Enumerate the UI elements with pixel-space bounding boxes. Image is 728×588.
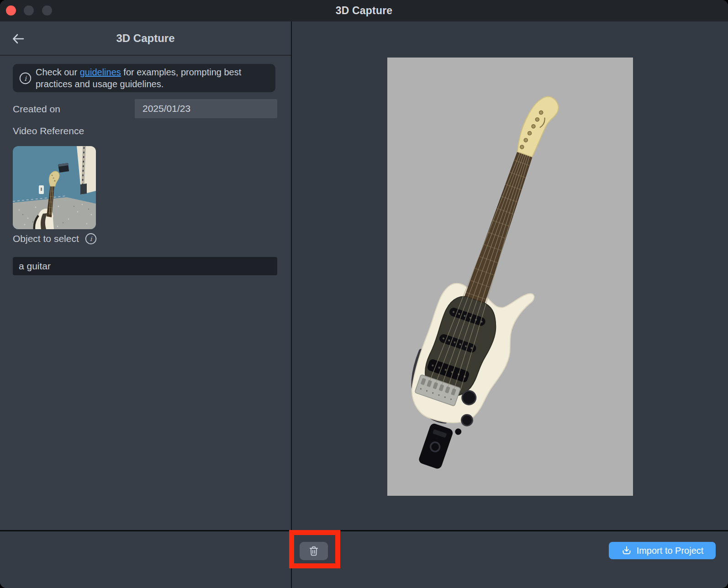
video-reference-thumbnail[interactable] — [13, 146, 96, 229]
created-on-label: Created on — [13, 104, 60, 115]
guitar-3d-render — [387, 58, 633, 496]
zoom-window-button[interactable] — [42, 5, 52, 16]
svg-text:i: i — [24, 74, 27, 82]
banner-text: Check our guidelines for examples, promp… — [36, 66, 268, 90]
window-title: 3D Capture — [336, 5, 393, 17]
trash-icon — [308, 545, 320, 557]
guidelines-link[interactable]: guidelines — [80, 67, 121, 77]
video-reference-label: Video Reference — [13, 126, 84, 136]
titlebar: 3D Capture — [0, 0, 728, 21]
delete-capture-button[interactable] — [300, 542, 328, 560]
minimize-window-button[interactable] — [24, 5, 34, 16]
info-icon: i — [19, 72, 32, 84]
object-to-select-row: Object to select i — [13, 233, 97, 245]
download-icon — [621, 545, 632, 556]
created-on-field[interactable] — [135, 99, 277, 118]
back-button[interactable] — [9, 30, 27, 48]
object-to-select-label: Object to select — [13, 233, 79, 244]
object-prompt-input[interactable] — [13, 257, 277, 275]
app-window: 3D Capture 3D Capture i Check our guidel… — [0, 0, 728, 588]
close-window-button[interactable] — [6, 5, 16, 16]
svg-text:i: i — [90, 235, 92, 242]
left-arrow-icon — [11, 32, 25, 46]
import-to-project-button[interactable]: Import to Project — [609, 542, 716, 559]
import-button-label: Import to Project — [637, 546, 704, 556]
bottom-toolbar: Import to Project — [0, 530, 728, 588]
preview-panel — [292, 21, 728, 530]
sidebar-title: 3D Capture — [116, 32, 174, 45]
banner-text-before: Check our — [36, 67, 80, 77]
guidelines-banner: i Check our guidelines for examples, pro… — [13, 64, 275, 92]
sidebar-header: 3D Capture — [0, 21, 291, 56]
thumb-outlet-slot — [41, 188, 42, 191]
info-icon[interactable]: i — [85, 233, 97, 245]
thumb-door-gap — [80, 184, 87, 194]
sidebar: 3D Capture i Check our guidelines for ex… — [0, 21, 291, 530]
panel-divider — [291, 21, 292, 588]
capture-preview-image — [387, 58, 633, 496]
